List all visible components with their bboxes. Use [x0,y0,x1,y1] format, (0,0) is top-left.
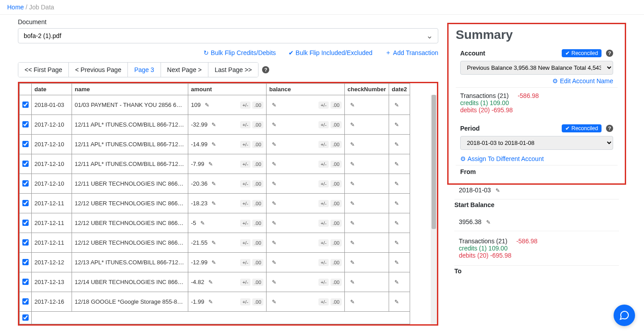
plus-minus-toggle[interactable]: +/- [240,161,250,168]
decimal-badge[interactable]: .00 [330,121,342,128]
edit-icon[interactable]: ✎ [272,122,276,128]
edit-icon[interactable]: ✎ [212,181,216,187]
row-checkbox[interactable] [22,279,29,285]
bulk-flip-credits-debits[interactable]: ↻ Bulk Flip Credits/Debits [203,49,276,57]
plus-minus-toggle[interactable]: +/- [318,200,329,207]
edit-icon[interactable]: ✎ [212,122,216,128]
chat-fab[interactable] [614,305,635,326]
edit-icon[interactable]: ✎ [272,240,276,246]
decimal-badge[interactable]: .00 [252,121,263,128]
edit-icon[interactable]: ✎ [350,122,355,128]
decimal-badge[interactable]: .00 [252,141,263,148]
edit-icon[interactable]: ✎ [394,259,399,266]
first-page-button[interactable]: << First Page [18,63,69,77]
plus-minus-toggle[interactable]: +/- [240,141,250,148]
decimal-badge[interactable]: .00 [252,180,263,187]
row-checkbox[interactable] [22,239,29,246]
edit-icon[interactable]: ✎ [394,200,399,207]
edit-icon[interactable]: ✎ [272,200,276,207]
decimal-badge[interactable]: .00 [330,200,342,207]
edit-account-name[interactable]: ⚙ Edit Account Name [552,77,613,85]
edit-icon[interactable]: ✎ [350,200,355,207]
plus-minus-toggle[interactable]: +/- [240,121,250,128]
decimal-badge[interactable]: .00 [330,259,342,266]
edit-icon[interactable]: ✎ [350,259,355,266]
help-icon[interactable]: ? [606,50,613,57]
plus-minus-toggle[interactable]: +/- [318,279,329,286]
decimal-badge[interactable]: .00 [330,180,342,187]
decimal-badge[interactable]: .00 [252,102,263,109]
help-icon[interactable]: ? [262,66,269,73]
current-page-button[interactable]: Page 3 [128,63,161,77]
edit-icon[interactable]: ✎ [272,259,276,266]
row-checkbox[interactable] [22,161,29,167]
plus-minus-toggle[interactable]: +/- [318,121,329,128]
row-checkbox[interactable] [22,141,29,147]
plus-minus-toggle[interactable]: +/- [240,279,250,286]
edit-icon[interactable]: ✎ [272,299,276,305]
table-scrollbar[interactable] [431,95,437,324]
row-checkbox[interactable] [22,220,29,226]
edit-icon[interactable]: ✎ [394,299,399,305]
row-checkbox[interactable] [22,180,29,187]
edit-icon[interactable]: ✎ [200,220,205,226]
edit-icon[interactable]: ✎ [486,219,491,225]
edit-icon[interactable]: ✎ [272,279,276,285]
row-checkbox[interactable] [22,121,29,127]
edit-icon[interactable]: ✎ [350,102,355,108]
edit-icon[interactable]: ✎ [272,181,276,187]
row-checkbox[interactable] [22,200,29,206]
decimal-badge[interactable]: .00 [252,200,263,207]
plus-minus-toggle[interactable]: +/- [240,259,250,266]
edit-icon[interactable]: ✎ [350,161,355,167]
next-page-button[interactable]: Next Page > [161,63,208,77]
edit-icon[interactable]: ✎ [350,220,355,226]
plus-minus-toggle[interactable]: +/- [318,141,329,148]
edit-icon[interactable]: ✎ [394,102,399,108]
edit-icon[interactable]: ✎ [350,279,355,285]
last-page-button[interactable]: Last Page >> [208,63,258,77]
plus-minus-toggle[interactable]: +/- [318,180,329,187]
row-checkbox[interactable] [22,298,29,305]
edit-icon[interactable]: ✎ [394,220,399,226]
decimal-badge[interactable]: .00 [330,141,342,148]
account-select[interactable]: Previous Balance 3,956.38 New Balance To… [460,61,613,75]
plus-minus-toggle[interactable]: +/- [318,161,329,168]
row-checkbox[interactable] [22,314,29,321]
decimal-badge[interactable]: .00 [330,220,342,227]
edit-icon[interactable]: ✎ [272,141,276,148]
bulk-flip-included-excluded[interactable]: ✔ Bulk Flip Included/Excluded [288,49,373,57]
edit-icon[interactable]: ✎ [350,299,355,305]
document-select[interactable]: bofa-2 (1).pdf [18,28,438,43]
edit-icon[interactable]: ✎ [496,187,500,194]
plus-minus-toggle[interactable]: +/- [240,239,250,246]
edit-icon[interactable]: ✎ [350,181,355,187]
previous-page-button[interactable]: < Previous Page [69,63,128,77]
plus-minus-toggle[interactable]: +/- [318,102,329,109]
decimal-badge[interactable]: .00 [252,220,263,227]
edit-icon[interactable]: ✎ [272,102,276,108]
decimal-badge[interactable]: .00 [330,279,342,286]
plus-minus-toggle[interactable]: +/- [240,180,250,187]
edit-icon[interactable]: ✎ [208,299,213,305]
edit-icon[interactable]: ✎ [350,141,355,148]
decimal-badge[interactable]: .00 [330,161,342,168]
plus-minus-toggle[interactable]: +/- [318,259,329,266]
decimal-badge[interactable]: .00 [252,298,263,305]
plus-minus-toggle[interactable]: +/- [318,239,329,246]
edit-icon[interactable]: ✎ [212,141,216,148]
plus-minus-toggle[interactable]: +/- [240,298,250,305]
decimal-badge[interactable]: .00 [330,239,342,246]
plus-minus-toggle[interactable]: +/- [240,200,250,207]
edit-icon[interactable]: ✎ [394,122,399,128]
edit-icon[interactable]: ✎ [394,279,399,285]
breadcrumb-home[interactable]: Home [7,4,24,11]
assign-different-account[interactable]: ⚙ Assign To Different Account [460,155,544,162]
add-transaction[interactable]: ＋Add Transaction [385,49,438,57]
decimal-badge[interactable]: .00 [252,279,263,286]
edit-icon[interactable]: ✎ [205,102,209,108]
edit-icon[interactable]: ✎ [350,240,355,246]
edit-icon[interactable]: ✎ [272,161,276,167]
row-checkbox[interactable] [22,259,29,265]
period-select[interactable]: 2018-01-03 to 2018-01-08 [460,136,613,150]
